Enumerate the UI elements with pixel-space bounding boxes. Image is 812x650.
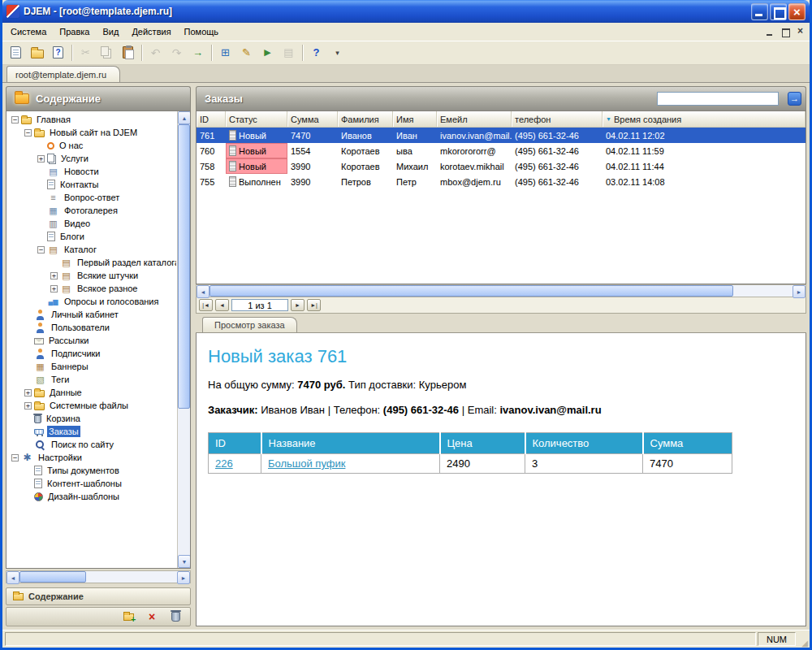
tree-item[interactable]: ≡Вопрос-ответ <box>8 191 176 204</box>
tab-order-view[interactable]: Просмотр заказа <box>202 317 297 332</box>
tree-item[interactable]: +▤Всякое разное <box>8 282 176 295</box>
delete-button[interactable] <box>144 609 160 624</box>
new-document-button[interactable] <box>6 42 26 63</box>
tree-expander-plus-icon[interactable]: + <box>24 389 32 396</box>
tree-item[interactable]: ▤Первый раздел каталога <box>8 256 176 269</box>
tree-expander-plus-icon[interactable]: + <box>24 402 32 410</box>
open-button[interactable] <box>27 42 47 63</box>
resize-grip[interactable] <box>797 632 809 646</box>
tree-item-label: Корзина <box>45 413 82 424</box>
toolbar-options-button[interactable]: ▾ <box>327 42 348 63</box>
export-button[interactable]: → <box>188 42 208 63</box>
document-help-button[interactable] <box>48 42 68 63</box>
column-header-label: Статус <box>229 115 257 124</box>
column-header[interactable]: Фамилия <box>338 111 393 127</box>
tree-expander-plus-icon[interactable]: + <box>50 272 58 280</box>
menu-item[interactable]: Правка <box>53 24 96 39</box>
publish-button[interactable]: ▶ <box>257 42 278 63</box>
last-page-button[interactable] <box>307 299 321 311</box>
close-button[interactable] <box>788 3 806 20</box>
properties-button[interactable]: ⊞ <box>215 42 235 63</box>
scroll-up-button[interactable] <box>178 111 191 124</box>
next-page-button[interactable] <box>291 299 304 311</box>
tree-expander-plus-icon[interactable]: + <box>50 285 58 292</box>
tree-item[interactable]: −▤Каталог <box>8 243 176 256</box>
help-button[interactable]: ? <box>306 42 326 63</box>
child-close-button[interactable] <box>793 26 807 38</box>
tree-item[interactable]: ▥Видео <box>8 217 176 230</box>
tree-item[interactable]: О нас <box>8 139 176 152</box>
first-page-button[interactable] <box>199 299 213 311</box>
tree-item[interactable]: Контакты <box>8 178 176 191</box>
tree-expander-minus-icon[interactable]: − <box>11 116 19 124</box>
order-row[interactable]: 761Новый7470ИвановИванivanov.ivan@mail.r… <box>197 128 806 143</box>
tree-item[interactable]: ▦Фотогалерея <box>8 204 176 217</box>
column-header[interactable]: телефон <box>512 111 603 127</box>
scroll-right-button[interactable] <box>793 285 806 298</box>
tree-item[interactable]: +Системные файлы <box>8 399 176 412</box>
tree-item[interactable]: Блоги <box>8 230 176 243</box>
tree-expander-minus-icon[interactable]: − <box>11 454 19 462</box>
tree-item[interactable]: ▧Теги <box>8 373 176 386</box>
tree-item[interactable]: Личный кабинет <box>8 308 176 321</box>
tree-item[interactable]: Поиск по сайту <box>8 438 176 451</box>
tree-item[interactable]: Корзина <box>8 412 176 425</box>
tree-item[interactable]: Подписчики <box>8 347 176 360</box>
column-header[interactable]: Имя <box>393 111 437 127</box>
scroll-down-button[interactable] <box>178 555 191 568</box>
search-input[interactable] <box>657 92 779 106</box>
sidebar-footer-tab[interactable]: Содержание <box>6 587 191 605</box>
tree-item-selected[interactable]: Заказы <box>8 425 176 438</box>
scroll-left-button[interactable] <box>6 571 19 584</box>
column-header[interactable]: ID <box>197 111 226 127</box>
menu-item[interactable]: Действия <box>125 24 177 39</box>
tree-item[interactable]: +▤Всякие штучки <box>8 269 176 282</box>
order-row[interactable]: 755Выполнен3990ПетровПетрmbox@djem.ru(49… <box>197 174 806 189</box>
tree-expander-minus-icon[interactable]: − <box>24 129 32 136</box>
tree-item[interactable]: Дизайн-шаблоны <box>8 490 176 503</box>
tree-item[interactable]: −Главная <box>8 113 176 126</box>
tree-item[interactable]: ▤Новости <box>8 165 176 178</box>
column-header[interactable]: Статус <box>226 111 287 127</box>
trash-button[interactable] <box>167 609 184 624</box>
prev-page-button[interactable] <box>215 299 229 311</box>
tree-expander-plus-icon[interactable]: + <box>37 155 45 162</box>
scrollbar-thumb[interactable] <box>209 285 733 297</box>
tree-item[interactable]: Пользователи <box>8 321 176 334</box>
paste-button[interactable] <box>118 42 138 63</box>
column-header[interactable]: Сумма <box>287 111 338 127</box>
tree-item[interactable]: Контент-шаблоны <box>8 477 176 490</box>
tree-item[interactable]: −Новый сайт на DJEM <box>8 126 176 139</box>
search-go-button[interactable] <box>788 92 801 106</box>
order-row[interactable]: 758Новый3990КоротаевМихаилkorotaev.mikha… <box>197 158 806 174</box>
item-id-link[interactable]: 226 <box>215 457 233 470</box>
item-name-link[interactable]: Большой пуфик <box>268 457 345 470</box>
tree-item[interactable]: +Услуги <box>8 152 176 165</box>
column-header[interactable]: ▼Время создания <box>603 111 806 127</box>
scrollbar-thumb[interactable] <box>19 571 86 583</box>
tree-item[interactable]: −✱Настройки <box>8 451 176 464</box>
child-minimize-button[interactable] <box>764 26 778 38</box>
scroll-right-button[interactable] <box>177 571 190 584</box>
tree-item[interactable]: Типы документов <box>8 464 176 477</box>
minimize-button[interactable] <box>751 3 768 20</box>
column-header[interactable]: Емейл <box>437 111 512 127</box>
tree-expander-minus-icon[interactable]: − <box>37 246 45 254</box>
tree-item[interactable]: +Данные <box>8 386 176 399</box>
tree-item[interactable]: ▦Баннеры <box>8 360 176 373</box>
tree-item[interactable]: Рассылки <box>8 334 176 347</box>
scroll-left-button[interactable] <box>197 285 209 298</box>
helpdoc-icon <box>53 46 63 58</box>
tree-item[interactable]: ▄▆Опросы и голосования <box>8 295 176 308</box>
scrollbar-thumb[interactable] <box>178 124 190 409</box>
tab-root-template[interactable]: root@template.djem.ru <box>6 66 120 82</box>
edit-button[interactable]: ✎ <box>236 42 257 63</box>
order-row[interactable]: 760Новый1554Коротаевываmkororororr@(495)… <box>197 143 806 158</box>
menu-item[interactable]: Помощь <box>178 24 226 39</box>
menu-item[interactable]: Система <box>4 24 53 39</box>
add-section-button[interactable] <box>120 609 136 624</box>
menu-item[interactable]: Вид <box>96 24 125 39</box>
title-bar[interactable]: DJEM - [root@template.djem.ru] <box>2 0 810 23</box>
child-restore-button[interactable] <box>779 26 793 38</box>
maximize-button[interactable] <box>770 3 787 20</box>
